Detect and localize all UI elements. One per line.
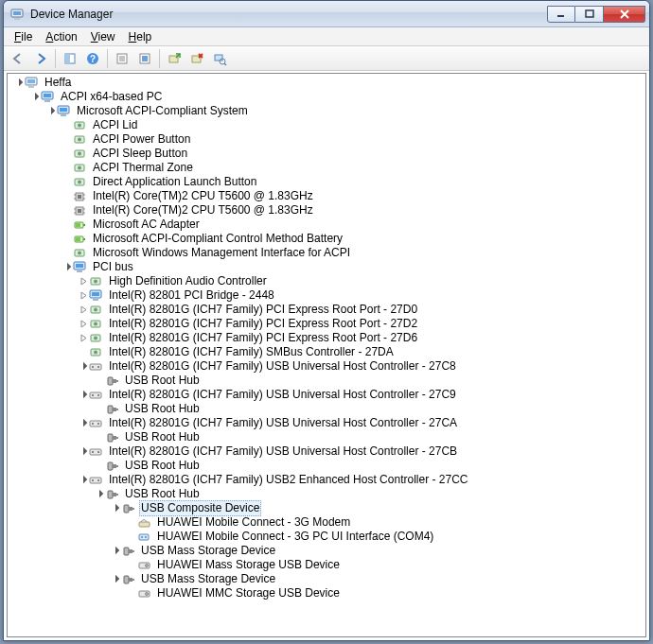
tree-item-label[interactable]: Intel(R) 82801G (ICH7 Family) USB Univer… — [107, 388, 458, 402]
tree-item-label[interactable]: USB Root Hub — [123, 402, 202, 416]
collapse-icon[interactable] — [78, 388, 89, 402]
device-tree[interactable]: HeffaACPI x64-based PCMicrosoft ACPI-Com… — [8, 76, 645, 600]
tree-item[interactable]: Intel(R) 82801G (ICH7 Family) USB Univer… — [8, 359, 645, 374]
menu-view[interactable]: View — [84, 29, 122, 44]
tree-item-label[interactable]: Intel(R) 82801G (ICH7 Family) SMBus Cont… — [107, 345, 396, 359]
tree-item[interactable]: ACPI Power Button — [8, 132, 645, 147]
collapse-icon[interactable] — [13, 76, 25, 90]
tree-item[interactable]: Intel(R) 82801G (ICH7 Family) USB2 Enhan… — [8, 473, 645, 487]
collapse-icon[interactable] — [29, 90, 41, 104]
tree-item-label[interactable]: USB Root Hub — [123, 487, 202, 501]
maximize-button[interactable] — [575, 6, 604, 23]
update-driver-button[interactable] — [164, 48, 185, 69]
tree-item-label[interactable]: HUAWEI Mobile Connect - 3G Modem — [155, 515, 352, 530]
tree-item-label[interactable]: Microsoft AC Adapter — [91, 218, 202, 232]
forward-button[interactable] — [30, 48, 51, 69]
tree-item-label[interactable]: Intel(R) 82801G (ICH7 Family) USB Univer… — [107, 416, 459, 430]
expand-icon[interactable] — [78, 288, 89, 303]
titlebar[interactable]: Device Manager — [4, 1, 649, 27]
collapse-icon[interactable] — [110, 544, 121, 558]
show-hidden-button[interactable] — [60, 48, 80, 69]
collapse-icon[interactable] — [78, 359, 89, 374]
tree-item[interactable]: ACPI Thermal Zone — [8, 161, 645, 175]
tree-item[interactable]: USB Root Hub — [8, 430, 645, 444]
tree-item-label[interactable]: USB Root Hub — [123, 430, 202, 444]
tree-item[interactable]: Intel(R) 82801G (ICH7 Family) USB Univer… — [8, 444, 645, 459]
tree-item-label[interactable]: Direct Application Launch Button — [91, 175, 258, 189]
expand-icon[interactable] — [78, 303, 89, 317]
menu-help[interactable]: Help — [122, 29, 159, 44]
tree-item-label[interactable]: Intel(R) 82801G (ICH7 Family) PCI Expres… — [107, 317, 419, 331]
tree-item[interactable]: Intel(R) 82801G (ICH7 Family) PCI Expres… — [8, 331, 645, 345]
tree-item[interactable]: Microsoft Windows Management Interface f… — [8, 246, 645, 260]
tree-item-label[interactable]: Intel(R) 82801G (ICH7 Family) USB2 Enhan… — [107, 473, 469, 487]
scan-hardware-button[interactable] — [209, 48, 230, 69]
tree-item[interactable]: Intel(R) Core(TM)2 CPU T5600 @ 1.83GHz — [8, 189, 645, 203]
tree-item-label[interactable]: USB Root Hub — [123, 374, 202, 388]
tree-item-label[interactable]: ACPI Thermal Zone — [91, 161, 195, 175]
collapse-icon[interactable] — [78, 444, 89, 459]
tree-item[interactable]: HUAWEI MMC Storage USB Device — [8, 586, 645, 600]
device-tree-panel[interactable]: HeffaACPI x64-based PCMicrosoft ACPI-Com… — [7, 73, 646, 637]
tree-item[interactable]: High Definition Audio Controller — [8, 274, 645, 288]
expand-icon[interactable] — [78, 317, 89, 331]
tree-item-label[interactable]: High Definition Audio Controller — [107, 274, 269, 288]
tree-item-label[interactable]: Intel(R) 82801G (ICH7 Family) PCI Expres… — [107, 303, 419, 317]
tree-item-label[interactable]: PCI bus — [91, 260, 135, 274]
collapse-icon[interactable] — [78, 473, 89, 487]
tree-item[interactable]: HUAWEI Mobile Connect - 3G PC UI Interfa… — [8, 530, 645, 544]
tree-item[interactable]: Microsoft ACPI-Compliant Control Method … — [8, 232, 645, 246]
tree-item-label[interactable]: Intel(R) 82801G (ICH7 Family) USB Univer… — [107, 444, 459, 459]
tree-item-label[interactable]: USB Mass Storage Device — [139, 544, 277, 558]
tree-item[interactable]: ACPI x64-based PC — [8, 90, 645, 104]
properties-button[interactable] — [112, 48, 132, 69]
tree-item[interactable]: ACPI Lid — [8, 118, 645, 132]
expand-icon[interactable] — [78, 274, 89, 288]
tree-item-label[interactable]: ACPI Power Button — [91, 132, 192, 147]
collapse-icon[interactable] — [110, 572, 121, 586]
tree-item[interactable]: USB Mass Storage Device — [8, 572, 645, 586]
collapse-icon[interactable] — [110, 501, 121, 515]
collapse-icon[interactable] — [94, 487, 105, 501]
tree-item[interactable]: USB Root Hub — [8, 487, 645, 501]
tree-item-label[interactable]: Microsoft ACPI-Compliant Control Method … — [91, 232, 344, 246]
tree-item[interactable]: USB Composite Device — [8, 501, 645, 515]
tree-item-label[interactable]: Intel(R) 82801 PCI Bridge - 2448 — [107, 288, 276, 303]
tree-item[interactable]: USB Mass Storage Device — [8, 544, 645, 558]
tree-item[interactable]: Intel(R) 82801G (ICH7 Family) USB Univer… — [8, 416, 645, 430]
uninstall-button[interactable] — [186, 48, 207, 69]
tree-item[interactable]: HUAWEI Mass Storage USB Device — [8, 558, 645, 572]
tree-item[interactable]: Heffa — [8, 76, 645, 90]
tree-item-label[interactable]: ACPI Sleep Button — [91, 147, 189, 161]
tree-item-label[interactable]: Intel(R) Core(TM)2 CPU T5600 @ 1.83GHz — [91, 203, 315, 218]
collapse-icon[interactable] — [45, 104, 57, 118]
tree-item-label[interactable]: Intel(R) 82801G (ICH7 Family) PCI Expres… — [107, 331, 419, 345]
expand-icon[interactable] — [78, 331, 89, 345]
tree-item-label[interactable]: ACPI x64-based PC — [59, 90, 164, 104]
tree-item[interactable]: PCI bus — [8, 260, 645, 274]
tree-item-label[interactable]: USB Root Hub — [123, 459, 202, 473]
help-button[interactable]: ? — [82, 48, 103, 69]
tree-item[interactable]: Intel(R) 82801G (ICH7 Family) USB Univer… — [8, 388, 645, 402]
tree-item-label[interactable]: Heffa — [43, 76, 73, 90]
tree-item[interactable]: ACPI Sleep Button — [8, 147, 645, 161]
tree-item-label[interactable]: ACPI Lid — [91, 118, 139, 132]
tree-item-label[interactable]: Microsoft Windows Management Interface f… — [91, 246, 352, 260]
tree-item[interactable]: Intel(R) 82801 PCI Bridge - 2448 — [8, 288, 645, 303]
close-button[interactable] — [604, 6, 645, 23]
tree-item[interactable]: Intel(R) Core(TM)2 CPU T5600 @ 1.83GHz — [8, 203, 645, 218]
tree-item-label[interactable]: Intel(R) Core(TM)2 CPU T5600 @ 1.83GHz — [91, 189, 315, 203]
tree-item-label[interactable]: Intel(R) 82801G (ICH7 Family) USB Univer… — [107, 359, 458, 374]
minimize-button[interactable] — [547, 6, 575, 23]
tree-item[interactable]: Intel(R) 82801G (ICH7 Family) PCI Expres… — [8, 317, 645, 331]
tree-item[interactable]: USB Root Hub — [8, 374, 645, 388]
tree-item[interactable]: Microsoft ACPI-Compliant System — [8, 104, 645, 118]
tree-item[interactable]: Intel(R) 82801G (ICH7 Family) PCI Expres… — [8, 303, 645, 317]
tree-item[interactable]: USB Root Hub — [8, 459, 645, 473]
collapse-icon[interactable] — [78, 416, 89, 430]
tree-item[interactable]: USB Root Hub — [8, 402, 645, 416]
tree-item[interactable]: Intel(R) 82801G (ICH7 Family) SMBus Cont… — [8, 345, 645, 359]
tree-item-label[interactable]: USB Composite Device — [139, 500, 261, 516]
tree-item-label[interactable]: Microsoft ACPI-Compliant System — [75, 104, 250, 118]
refresh-button[interactable] — [134, 48, 155, 69]
